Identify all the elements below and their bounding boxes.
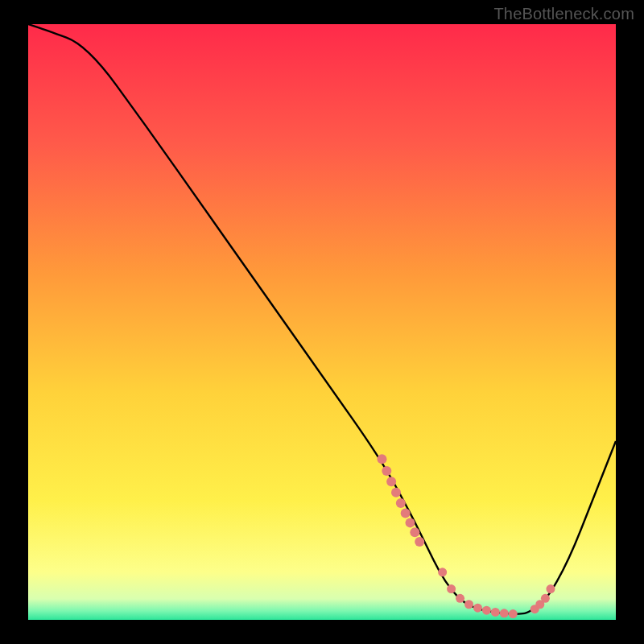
data-dot bbox=[396, 498, 406, 508]
data-dot bbox=[464, 600, 473, 609]
data-dot bbox=[382, 466, 391, 476]
data-dot bbox=[500, 609, 509, 617]
data-dot bbox=[406, 518, 415, 527]
data-dot bbox=[546, 584, 555, 593]
data-dot bbox=[415, 537, 424, 547]
data-dot bbox=[386, 477, 396, 486]
plot-area bbox=[28, 24, 616, 620]
data-dot bbox=[473, 604, 482, 613]
gradient-background bbox=[28, 24, 616, 620]
bottleneck-chart bbox=[28, 24, 616, 620]
data-dot bbox=[541, 594, 550, 603]
data-dot bbox=[491, 608, 500, 617]
data-dot bbox=[509, 609, 518, 618]
data-dot bbox=[447, 584, 456, 593]
data-dot bbox=[401, 509, 411, 518]
data-dot bbox=[377, 454, 386, 464]
data-dot bbox=[456, 594, 464, 603]
data-dot bbox=[410, 527, 419, 537]
data-dot bbox=[438, 568, 447, 576]
data-dot bbox=[482, 606, 491, 615]
watermark-text: TheBottleneck.com bbox=[493, 5, 634, 23]
data-dot bbox=[391, 488, 401, 497]
chart-frame: TheBottleneck.com bbox=[0, 0, 644, 644]
